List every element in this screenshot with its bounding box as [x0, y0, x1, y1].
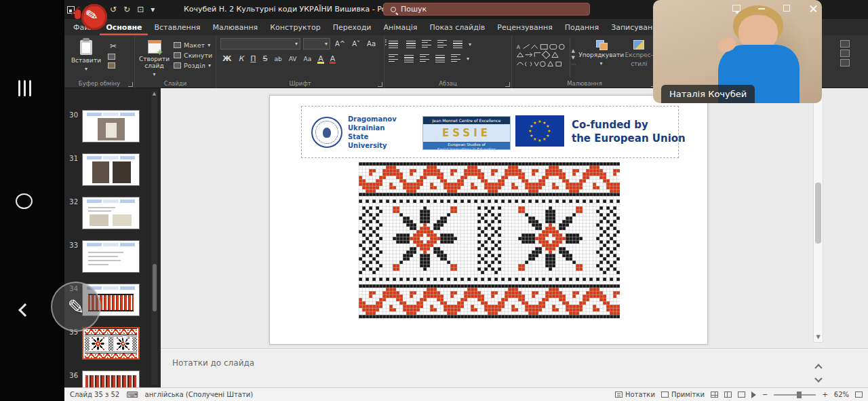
thumbnail-slide-35-selected[interactable]: 35	[64, 327, 161, 360]
decrease-indent-icon[interactable]	[422, 40, 431, 48]
bullets-icon[interactable]	[389, 41, 398, 48]
thumbnail-slide-36[interactable]: 36	[64, 370, 161, 387]
shapes-up-icon[interactable]: ▲	[572, 48, 576, 54]
tab-review[interactable]: Рецензування	[491, 19, 558, 35]
thumbnail-slide-30[interactable]: 30	[64, 110, 161, 142]
shape-gallery-scroll[interactable]: ▲ ▼ ⋯	[570, 38, 578, 77]
char-spacing-button[interactable]: AV	[287, 56, 299, 62]
align-right-icon[interactable]	[420, 54, 429, 62]
participant-video-tile[interactable]: Наталія Кочубей	[653, 0, 822, 103]
shapes-more-icon[interactable]: ⋯	[572, 62, 576, 67]
normal-view-icon[interactable]	[711, 392, 718, 398]
tab-slideshow[interactable]: Показ слайдів	[423, 19, 491, 35]
reset-button[interactable]: Скинути	[174, 52, 212, 59]
quick-styles-button[interactable]: Експрес- стилі	[625, 38, 653, 77]
tab-insert[interactable]: Вставлення	[148, 19, 206, 35]
underline-button[interactable]: П	[248, 54, 258, 63]
slide-scrollbar[interactable]: ▲ ▼	[813, 94, 823, 343]
zoom-level[interactable]: 62%	[834, 391, 849, 398]
thumbnail-slide-31[interactable]: 31	[64, 153, 161, 186]
thumbnail-scrollbar[interactable]: ▲	[151, 91, 157, 385]
numbering-icon[interactable]	[406, 41, 416, 48]
present-icon[interactable]: ⊡	[137, 3, 144, 16]
slide-sorter-view-icon[interactable]	[724, 392, 732, 398]
line-spacing-icon[interactable]	[453, 41, 462, 48]
select-icon[interactable]	[840, 59, 850, 66]
shape-gallery[interactable]: A	[516, 39, 566, 73]
slideshow-view-icon[interactable]	[751, 392, 756, 398]
subscript-button[interactable]: ab	[273, 56, 284, 62]
editing-icon[interactable]	[840, 40, 850, 47]
close-icon[interactable]	[810, 5, 817, 12]
align-text-caret-icon[interactable]: ▾	[467, 56, 469, 62]
fit-to-window-icon[interactable]	[855, 392, 863, 398]
drawer-handle-icon[interactable]	[18, 80, 31, 96]
tab-view[interactable]: Подання	[559, 19, 605, 35]
shapes-down-icon[interactable]: ▼	[572, 55, 576, 60]
tab-transitions[interactable]: Переходи	[327, 19, 378, 35]
paragraph-dialog-launcher-icon[interactable]	[505, 82, 510, 87]
thumbnail-slide-33[interactable]: 33	[64, 240, 161, 273]
strikethrough-button[interactable]: S	[261, 54, 270, 63]
annotate-pencil-button[interactable]: ✎	[51, 282, 101, 332]
ribbon-display-options-icon[interactable]	[732, 5, 741, 12]
clear-format-button[interactable]: Aa	[365, 40, 378, 47]
undo-icon[interactable]: ↺	[110, 3, 117, 16]
home-circle-icon[interactable]	[16, 193, 33, 209]
align-center-icon[interactable]	[404, 55, 414, 62]
layout-button[interactable]: Макет▾	[174, 41, 212, 49]
shrink-font-button[interactable]: А˅	[350, 40, 362, 47]
notes-pane[interactable]: Нотатки до слайда	[161, 348, 868, 387]
embroidery-pattern-image[interactable]	[359, 162, 620, 320]
annotation-active-indicator[interactable]: ✎	[75, 3, 108, 33]
grow-font-button[interactable]: А^	[333, 40, 347, 47]
slide-35[interactable]: Dragomanov Ukrainian State University Je…	[269, 95, 708, 345]
font-size-combobox[interactable]: ▾	[303, 38, 330, 50]
align-left-icon[interactable]	[389, 54, 398, 62]
qat-customize-caret-icon[interactable]: ▾	[151, 3, 155, 16]
font-name-combobox[interactable]: ▾	[220, 38, 300, 50]
columns-icon[interactable]	[451, 54, 460, 62]
italic-button[interactable]: К	[236, 54, 245, 63]
cut-icon[interactable]: ✂	[108, 41, 119, 51]
redo-icon[interactable]: ↻	[123, 3, 130, 16]
arrange-button[interactable]: Упорядкувати ▾	[582, 38, 621, 77]
bold-button[interactable]: Ж	[220, 54, 233, 63]
justify-icon[interactable]	[435, 55, 445, 62]
font-color-button[interactable]: А	[328, 54, 338, 63]
zoom-out-button[interactable]: −	[762, 391, 768, 398]
slide-canvas-area[interactable]: Dragomanov Ukrainian State University Je…	[161, 88, 868, 348]
text-direction-caret-icon[interactable]: ▾	[469, 41, 471, 47]
reading-view-icon[interactable]	[738, 392, 745, 398]
tab-design[interactable]: Конструктор	[264, 19, 326, 35]
scroll-down-icon[interactable]: ▼	[814, 332, 823, 342]
new-slide-button[interactable]: Створити слайд ▾	[139, 38, 170, 77]
logo-band[interactable]: Dragomanov Ukrainian State University Je…	[301, 106, 679, 158]
previous-slide-icon[interactable]	[814, 364, 822, 371]
paste-button[interactable]: Вставити ▾	[68, 38, 104, 77]
thumbnail-slide-32[interactable]: 32	[64, 197, 161, 229]
zoom-in-button[interactable]: +	[822, 391, 827, 398]
copy-icon[interactable]	[108, 54, 115, 60]
increase-indent-icon[interactable]	[437, 40, 447, 48]
back-chevron-icon[interactable]	[18, 303, 32, 317]
language-indicator[interactable]: англійська (Сполучені Штати)	[145, 391, 254, 398]
clipboard-dialog-launcher-icon[interactable]	[128, 82, 133, 87]
change-case-button[interactable]: Aa	[302, 56, 314, 62]
tab-draw[interactable]: Малювання	[206, 19, 264, 35]
thumbnail-scroll-up-icon[interactable]: ▲	[151, 91, 157, 97]
comments-toggle[interactable]: Примітки	[661, 391, 705, 398]
tab-animations[interactable]: Анімація	[377, 19, 423, 35]
minimize-icon[interactable]	[758, 8, 765, 9]
notes-toggle[interactable]: Нотатки	[615, 391, 655, 398]
highlight-color-button[interactable]: А	[316, 54, 326, 63]
replace-icon[interactable]	[840, 50, 850, 57]
font-dialog-launcher-icon[interactable]	[378, 82, 382, 87]
spellcheck-icon[interactable]: ⌨	[126, 390, 138, 400]
zoom-slider[interactable]	[774, 394, 816, 396]
restore-icon[interactable]	[783, 5, 790, 12]
next-slide-icon[interactable]	[814, 375, 822, 382]
section-button[interactable]: Розділ▾	[174, 62, 212, 69]
format-painter-icon[interactable]	[108, 62, 115, 69]
search-input[interactable]: Пошук	[383, 3, 590, 16]
